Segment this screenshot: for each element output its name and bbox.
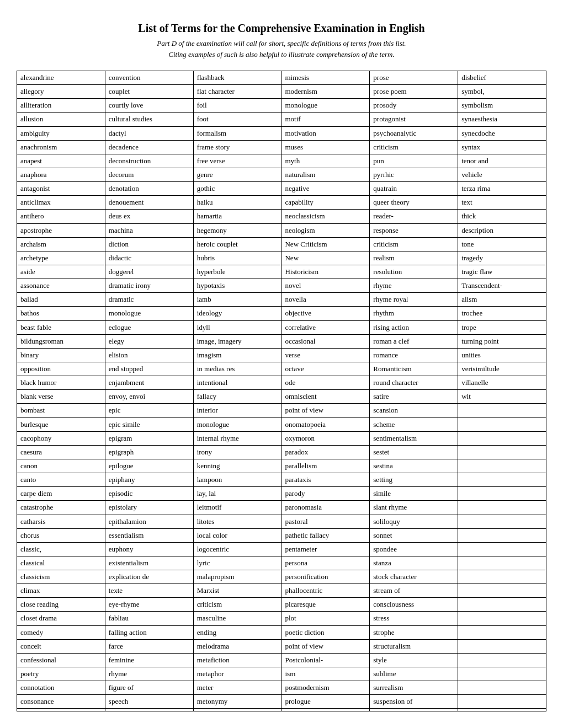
term-cell: satire (370, 390, 458, 404)
term-cell: formalism (193, 126, 282, 140)
term-cell: closet drama (17, 612, 105, 625)
table-row: alexandrineconventionflashbackmimesispro… (17, 71, 546, 85)
term-cell: speech (105, 695, 193, 709)
term-cell: stanza (370, 556, 458, 570)
term-cell: hubris (193, 251, 282, 265)
term-cell: local color (193, 528, 282, 542)
term-cell: image, imagery (193, 334, 282, 348)
term-cell: symbol, (458, 85, 546, 99)
term-cell: explication de (105, 570, 193, 584)
table-row: antiherodeus exhamartianeoclassicismread… (17, 210, 546, 223)
term-cell: Historicism (282, 265, 370, 279)
term-cell (17, 709, 105, 711)
term-cell: sublime (370, 667, 458, 681)
term-cell: turning point (458, 334, 546, 348)
term-cell: verse (282, 348, 370, 362)
term-cell: end stopped (105, 362, 193, 376)
table-row: confessionalfemininemetafictionPostcolon… (17, 653, 546, 667)
term-cell: Romanticism (370, 362, 458, 376)
term-cell: lampoon (193, 473, 282, 487)
term-cell: allegory (17, 85, 105, 99)
term-cell: Postcolonial- (282, 653, 370, 667)
term-cell: picaresque (282, 598, 370, 612)
term-cell: dramatic irony (105, 279, 193, 293)
term-cell: ode (282, 376, 370, 390)
term-cell: rhyme royal (370, 293, 458, 307)
table-row: comedyfalling actionendingpoetic diction… (17, 625, 546, 639)
term-cell: deconstruction (105, 154, 193, 168)
term-cell: neologism (282, 223, 370, 237)
term-cell: Transcendent- (458, 279, 546, 293)
term-cell: climax (17, 584, 105, 598)
table-row: consonancespeechmetonymyprologuesuspensi… (17, 695, 546, 709)
term-cell: sestet (370, 445, 458, 459)
term-cell (458, 445, 546, 459)
term-cell: persona (282, 556, 370, 570)
term-cell (105, 709, 193, 711)
term-cell: bathos (17, 307, 105, 320)
term-cell: soliloquy (370, 515, 458, 528)
table-row: archaismdictionheroic coupletNew Critici… (17, 237, 546, 251)
term-cell: flashback (193, 71, 282, 85)
term-cell: archaism (17, 237, 105, 251)
term-cell: interior (193, 404, 282, 417)
term-cell: ideology (193, 307, 282, 320)
term-cell: heroic couplet (193, 237, 282, 251)
term-cell: motivation (282, 126, 370, 140)
term-cell: kenning (193, 459, 282, 473)
table-row: bombastepicinteriorpoint of viewscansion (17, 404, 546, 417)
term-cell: thick (458, 210, 546, 223)
term-cell: neoclassicism (282, 210, 370, 223)
term-cell: metonymy (193, 695, 282, 709)
term-cell: apostrophe (17, 223, 105, 237)
table-row: allegorycoupletflat charactermodernismpr… (17, 85, 546, 99)
term-cell (458, 709, 546, 711)
table-row: poetryrhymemetaphorismsublime (17, 667, 546, 681)
term-cell: anapest (17, 154, 105, 168)
term-cell: hamartia (193, 210, 282, 223)
term-cell (458, 487, 546, 501)
term-cell: classical (17, 556, 105, 570)
table-row: close readingeye-rhymecriticismpicaresqu… (17, 598, 546, 612)
term-cell: alliteration (17, 99, 105, 113)
term-cell: fallacy (193, 390, 282, 404)
term-cell: prosody (370, 99, 458, 113)
term-cell: burlesque (17, 417, 105, 431)
term-cell: leitmotif (193, 501, 282, 515)
term-cell: catharsis (17, 515, 105, 528)
term-cell: stock character (370, 570, 458, 584)
term-cell: didactic (105, 251, 193, 265)
term-cell (458, 417, 546, 431)
table-row: conceitfarcemelodramapoint of viewstruct… (17, 639, 546, 653)
term-cell: opposition (17, 362, 105, 376)
term-cell: paradox (282, 445, 370, 459)
term-cell (458, 653, 546, 667)
page-title: List of Terms for the Comprehensive Exam… (17, 22, 546, 35)
term-cell: gothic (193, 182, 282, 196)
term-cell: New (282, 251, 370, 265)
term-cell: dactyl (105, 126, 193, 140)
term-cell: rhyme (105, 667, 193, 681)
term-cell: farce (105, 639, 193, 653)
term-cell: novella (282, 293, 370, 307)
term-cell: pathetic fallacy (282, 528, 370, 542)
table-row: black humorenjambmentintentionaloderound… (17, 376, 546, 390)
table-row: anticlimaxdenouementhaikucapabilityqueer… (17, 196, 546, 210)
term-cell (458, 473, 546, 487)
table-row: classicalexistentialismlyricpersonastanz… (17, 556, 546, 570)
term-cell: classic, (17, 542, 105, 556)
term-cell: antagonist (17, 182, 105, 196)
term-cell: irony (193, 445, 282, 459)
term-cell: ism (282, 667, 370, 681)
table-row: anapestdeconstructionfree versemythpunte… (17, 154, 546, 168)
term-cell: pun (370, 154, 458, 168)
term-cell: connotation (17, 681, 105, 695)
term-cell: parataxis (282, 473, 370, 487)
term-cell: genre (193, 168, 282, 181)
term-cell: blank verse (17, 390, 105, 404)
term-cell: free verse (193, 154, 282, 168)
term-cell (458, 584, 546, 598)
term-cell: epilogue (105, 459, 193, 473)
term-cell: convention (105, 71, 193, 85)
term-cell: consonance (17, 695, 105, 709)
